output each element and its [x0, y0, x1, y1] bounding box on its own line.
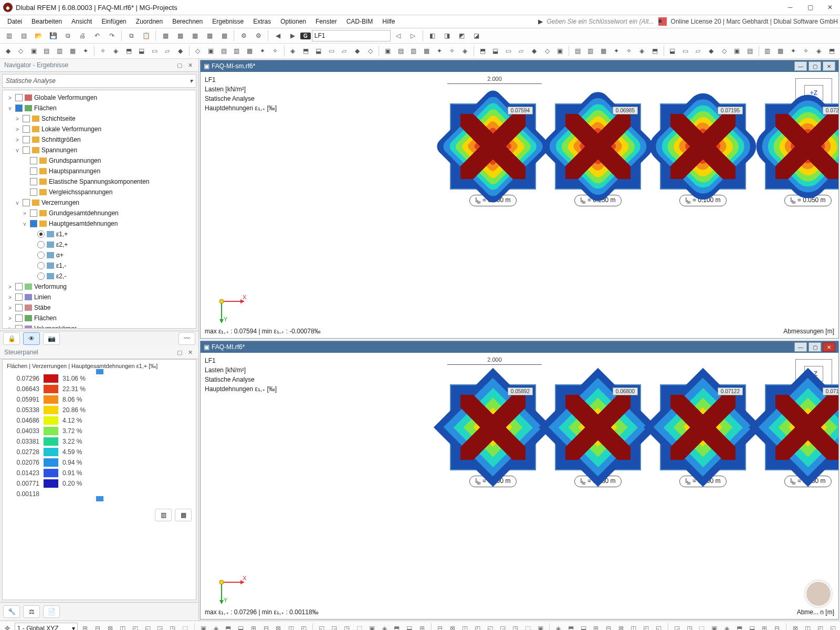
menu-bearbeiten[interactable]: Bearbeiten [27, 17, 66, 26]
tb2-54-icon[interactable]: ▣ [731, 44, 743, 58]
tb2-3-icon[interactable]: ▤ [41, 44, 53, 58]
tree-item[interactable]: >Flächen [3, 313, 196, 323]
mdi-min[interactable]: — [794, 342, 807, 352]
tb2-41-icon[interactable]: ▣ [554, 44, 566, 58]
tb-print-icon[interactable]: 🖨 [76, 29, 89, 43]
tb-lf-next-icon[interactable]: ▷ [406, 29, 420, 43]
tb2-12-icon[interactable]: ▱ [162, 44, 174, 58]
tb2-29-icon[interactable]: ▤ [395, 44, 407, 58]
tb-new-icon[interactable]: ▥ [2, 29, 16, 43]
tb2-37-icon[interactable]: ▭ [502, 44, 514, 58]
bl-tab-1[interactable]: 🔧 [3, 605, 20, 618]
tb2-52-icon[interactable]: ◆ [705, 44, 717, 58]
tb2-43-icon[interactable]: ▥ [584, 44, 596, 58]
tb2-53-icon[interactable]: ◇ [718, 44, 730, 58]
tb2-50-icon[interactable]: ▭ [679, 44, 691, 58]
tb-lf-prev-icon[interactable]: ◁ [392, 29, 405, 43]
menu-einfuegen[interactable]: Einfügen [97, 17, 130, 26]
tb2-58-icon[interactable]: ✦ [788, 44, 800, 58]
tb-undo-icon[interactable]: ↶ [90, 29, 104, 43]
bt-15-icon[interactable]: ⊠ [274, 622, 284, 630]
menu-zuordnen[interactable]: Zuordnen [132, 17, 167, 26]
tree-item[interactable]: ε1,- [3, 260, 196, 271]
bt-53-icon[interactable]: ⊟ [772, 622, 782, 630]
tb2-21-icon[interactable]: ◈ [287, 44, 299, 58]
mdi-close[interactable]: ✕ [823, 342, 835, 352]
tb2-7-icon[interactable]: ✧ [97, 44, 109, 58]
tb-new2-icon[interactable]: ▤ [17, 29, 30, 43]
bt-51-icon[interactable]: ⬓ [747, 622, 757, 630]
tb2-22-icon[interactable]: ⬒ [300, 44, 312, 58]
bt-37-icon[interactable]: ⬒ [566, 622, 576, 630]
tb2-30-icon[interactable]: ▥ [407, 44, 419, 58]
bt-16-icon[interactable]: ◫ [286, 622, 296, 630]
menu-cadbim[interactable]: CAD-BIM [342, 17, 377, 26]
tree-item[interactable]: >Globale Verformungen [3, 92, 196, 103]
tb2-1-icon[interactable]: ◇ [15, 44, 27, 58]
bt-17-icon[interactable]: ◰ [298, 622, 309, 630]
tb-redo-icon[interactable]: ↷ [105, 29, 119, 43]
bt-48-icon[interactable]: ▣ [709, 622, 720, 630]
nav-tab-2[interactable]: 👁 [23, 332, 40, 345]
bt-49-icon[interactable]: ◈ [722, 622, 732, 630]
tb2-27-icon[interactable]: ◇ [364, 44, 376, 58]
legend-btn-2[interactable]: ▦ [175, 509, 192, 521]
bt-18-icon[interactable]: ◱ [317, 622, 327, 630]
tb-prev-icon[interactable]: ◀ [271, 29, 285, 43]
tb-save-icon[interactable]: 💾 [46, 29, 60, 43]
tb-x2-icon[interactable]: ▦ [173, 29, 187, 43]
tb2-10-icon[interactable]: ⬓ [135, 44, 148, 58]
menu-hilfe[interactable]: Hilfe [378, 17, 399, 26]
bt-24-icon[interactable]: ⬒ [392, 622, 402, 630]
tb2-49-icon[interactable]: ⬓ [667, 44, 679, 58]
bt-8-icon[interactable]: ⬚ [180, 622, 191, 630]
tree-item[interactable]: Hauptspannungen [3, 166, 196, 176]
window-close[interactable]: ✕ [820, 0, 840, 15]
bt-19-icon[interactable]: ◲ [329, 622, 340, 630]
bt-34-icon[interactable]: ⬚ [522, 622, 533, 630]
tree-item[interactable]: Grundspannungen [3, 155, 196, 166]
bt-1-icon[interactable]: ⊟ [92, 622, 103, 630]
tb2-15-icon[interactable]: ▣ [205, 44, 217, 58]
result-tree[interactable]: >Globale VerformungenvFlächen>Schichtsei… [2, 90, 196, 329]
bt-22-icon[interactable]: ▣ [366, 622, 377, 630]
model-canvas[interactable]: LF1Lasten [kN/m²]Statische AnalyseHauptd… [201, 72, 838, 338]
tb2-60-icon[interactable]: ◈ [813, 44, 825, 58]
tb2-32-icon[interactable]: ✦ [433, 44, 445, 58]
bt-44-icon[interactable]: ◱ [654, 622, 664, 630]
tree-item[interactable]: >Linien [3, 292, 196, 302]
tb2-0-icon[interactable]: ◆ [2, 44, 14, 58]
lf-selector[interactable]: LF1 [312, 30, 391, 41]
bt-36-icon[interactable]: ◈ [553, 622, 564, 630]
tree-item[interactable]: α+ [3, 250, 196, 260]
menu-extras[interactable]: Extras [249, 17, 275, 26]
tb2-34-icon[interactable]: ◈ [459, 44, 471, 58]
bt-25-icon[interactable]: ⬓ [404, 622, 415, 630]
legend-btn-1[interactable]: ▥ [155, 509, 172, 521]
bt-50-icon[interactable]: ⬒ [734, 622, 745, 630]
bt-26-icon[interactable]: ⊞ [417, 622, 427, 630]
bt-12-icon[interactable]: ⬓ [236, 622, 246, 630]
bt-2-icon[interactable]: ⊠ [105, 622, 116, 630]
bt-3-icon[interactable]: ◫ [117, 622, 128, 630]
nav-tab-3[interactable]: 📷 [43, 332, 60, 345]
tb2-48-icon[interactable]: ⬒ [649, 44, 661, 58]
menu-berechnen[interactable]: Berechnen [168, 17, 207, 26]
tree-item[interactable]: Elastische Spannungskomponenten [3, 176, 196, 187]
bt-20-icon[interactable]: ◳ [342, 622, 352, 630]
tb2-45-icon[interactable]: ✦ [610, 44, 622, 58]
tb-calc2-icon[interactable]: ⚙ [251, 29, 265, 43]
window-minimize[interactable]: ─ [780, 0, 800, 15]
panel-close-icon[interactable]: ✕ [186, 61, 194, 69]
bt-54-icon[interactable]: ⊠ [790, 622, 801, 630]
tb2-42-icon[interactable]: ▤ [572, 44, 584, 58]
tb2-40-icon[interactable]: ◇ [541, 44, 553, 58]
panel-pin-icon[interactable]: ▢ [175, 61, 184, 69]
tb-x4-icon[interactable]: ▦ [203, 29, 216, 43]
menu-datei[interactable]: Datei [3, 17, 26, 26]
view-selector[interactable]: 1 - Global XYZ▾ [15, 623, 78, 630]
tb2-14-icon[interactable]: ◇ [192, 44, 204, 58]
tb2-47-icon[interactable]: ◈ [636, 44, 648, 58]
tb-r2-icon[interactable]: ◨ [440, 29, 454, 43]
tree-item[interactable]: ε2,+ [3, 239, 196, 250]
